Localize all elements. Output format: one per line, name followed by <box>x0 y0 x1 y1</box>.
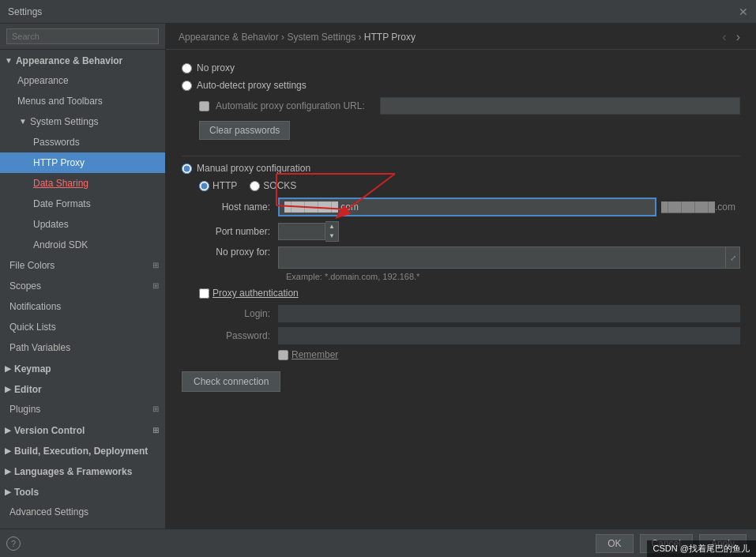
manual-proxy-radio[interactable] <box>182 164 192 174</box>
expand-arrow-vc-icon: ▶ <box>5 423 11 438</box>
manual-proxy-label[interactable]: Manual proxy configuration <box>182 163 310 174</box>
auto-config-url-row: Automatic proxy configuration URL: <box>199 97 740 115</box>
host-value-display: ████████.com <box>656 201 740 213</box>
clear-passwords-button[interactable]: Clear passwords <box>199 121 290 140</box>
sidebar-item-languages-frameworks[interactable]: ▶ Languages & Frameworks <box>0 461 165 481</box>
no-proxy-radio[interactable] <box>182 63 192 73</box>
port-input-wrap: 80 ▲ ▼ <box>278 221 339 242</box>
auto-detect-row: Auto-detect proxy settings <box>182 80 740 91</box>
remember-checkbox[interactable] <box>278 350 288 360</box>
sidebar-item-editor[interactable]: ▶ Editor <box>0 378 165 399</box>
http-protocol-radio[interactable] <box>199 181 209 191</box>
sidebar-item-file-colors[interactable]: File Colors ⊞ <box>0 255 165 276</box>
nav-forward-button[interactable]: › <box>733 30 743 44</box>
expand-arrow-editor-icon: ▶ <box>5 382 11 397</box>
proxy-auth-label[interactable]: Proxy authentication <box>199 288 299 299</box>
port-decrement-button[interactable]: ▼ <box>325 231 338 241</box>
auto-config-url-checkbox[interactable] <box>199 101 209 111</box>
sidebar-item-passwords[interactable]: Passwords <box>0 132 165 152</box>
scopes-icon: ⊞ <box>152 278 159 294</box>
sidebar-item-notifications[interactable]: Notifications <box>0 296 165 317</box>
auto-detect-label[interactable]: Auto-detect proxy settings <box>182 80 307 91</box>
nav-arrows: ‹ › <box>719 30 743 44</box>
nav-back-button[interactable]: ‹ <box>719 30 729 44</box>
port-increment-button[interactable]: ▲ <box>325 222 338 231</box>
example-text: Example: *.domain.com, 192.168.* <box>286 272 740 281</box>
sidebar-item-keymap[interactable]: ▶ Keymap <box>0 358 165 378</box>
port-number-row: Port number: 80 ▲ ▼ <box>199 221 740 242</box>
ok-button[interactable]: OK <box>596 534 633 553</box>
sidebar-item-data-sharing[interactable]: Data Sharing <box>0 173 165 194</box>
breadcrumb: Appearance & Behavior › System Settings … <box>179 32 416 43</box>
password-row: Password: <box>199 327 740 344</box>
sidebar-item-path-variables[interactable]: Path Variables <box>0 337 165 358</box>
port-spinners: ▲ ▼ <box>325 221 339 242</box>
vc-icon: ⊞ <box>152 423 159 438</box>
expand-arrow-icon: ▼ <box>5 53 13 69</box>
proxy-auth-row: Proxy authentication <box>199 288 740 299</box>
expand-arrow-lang-icon: ▶ <box>5 464 11 480</box>
no-proxy-label[interactable]: No proxy <box>182 62 235 73</box>
sidebar-item-tools[interactable]: ▶ Tools <box>0 481 165 502</box>
help-icon[interactable]: ? <box>6 536 21 551</box>
login-input[interactable] <box>278 305 740 322</box>
content-area: Appearance & Behavior › System Settings … <box>166 24 756 529</box>
sidebar-item-build-execution[interactable]: ▶ Build, Execution, Deployment <box>0 440 165 461</box>
sidebar-item-android-sdk[interactable]: Android SDK <box>0 235 165 255</box>
socks-protocol-label[interactable]: SOCKS <box>250 180 296 191</box>
host-name-input[interactable] <box>278 198 656 216</box>
title-bar: Settings ✕ <box>0 0 756 24</box>
sidebar-item-system-settings[interactable]: ▼ System Settings <box>0 111 165 132</box>
socks-protocol-radio[interactable] <box>250 181 260 191</box>
search-input[interactable] <box>6 28 159 44</box>
sidebar-item-scopes[interactable]: Scopes ⊞ <box>0 276 165 296</box>
remember-row: Remember <box>278 349 740 360</box>
window-title: Settings <box>8 6 42 17</box>
file-colors-icon: ⊞ <box>152 258 159 273</box>
expand-arrow-keymap-icon: ▶ <box>5 361 11 377</box>
host-name-row: Host name: ████████.com <box>199 198 740 216</box>
manual-proxy-section: HTTP SOCKS Host name: ████████.com <box>199 180 740 360</box>
manual-proxy-row: Manual proxy configuration <box>182 163 740 174</box>
sidebar-item-http-proxy[interactable]: HTTP Proxy <box>0 152 165 173</box>
proxy-settings-body: No proxy Auto-detect proxy settings Auto… <box>166 50 756 405</box>
no-proxy-row: No proxy <box>182 62 740 73</box>
sidebar-item-appearance[interactable]: Appearance <box>0 70 165 91</box>
close-button[interactable]: ✕ <box>739 6 748 18</box>
auto-detect-radio[interactable] <box>182 81 192 91</box>
plugins-icon: ⊞ <box>152 401 159 417</box>
no-proxy-expand-button[interactable]: ⤢ <box>726 247 740 269</box>
sidebar-item-advanced-settings[interactable]: Advanced Settings <box>0 502 165 522</box>
no-proxy-for-input[interactable] <box>278 247 726 269</box>
clear-passwords-section: Clear passwords <box>182 121 740 148</box>
search-box <box>0 24 165 50</box>
sidebar-item-appearance-behavior[interactable]: ▼ Appearance & Behavior <box>0 50 165 70</box>
http-protocol-label[interactable]: HTTP <box>199 180 237 191</box>
auto-config-url-input[interactable] <box>380 97 740 115</box>
sidebar: ▼ Appearance & Behavior Appearance Menus… <box>0 24 166 529</box>
sidebar-item-quick-lists[interactable]: Quick Lists <box>0 317 165 337</box>
expand-arrow-build-icon: ▶ <box>5 443 11 459</box>
port-number-input[interactable]: 80 <box>278 223 325 240</box>
expand-arrow-system-icon: ▼ <box>19 114 27 130</box>
sidebar-item-menus-toolbars[interactable]: Menus and Toolbars <box>0 91 165 111</box>
password-input[interactable] <box>278 327 740 344</box>
no-proxy-for-row: No proxy for: ⤢ <box>199 247 740 269</box>
watermark: CSDN @找着尾巴的鱼儿 <box>647 540 756 557</box>
expand-arrow-tools-icon: ▶ <box>5 484 11 500</box>
sidebar-item-updates[interactable]: Updates <box>0 214 165 235</box>
sidebar-item-version-control[interactable]: ▶ Version Control ⊞ <box>0 420 165 440</box>
sidebar-item-date-formats[interactable]: Date Formats <box>0 194 165 214</box>
sidebar-item-plugins[interactable]: Plugins ⊞ <box>0 399 165 420</box>
remember-label[interactable]: Remember <box>278 349 338 360</box>
login-row: Login: <box>199 305 740 322</box>
check-connection-button[interactable]: Check connection <box>182 371 280 392</box>
protocol-row: HTTP SOCKS <box>199 180 740 191</box>
bottom-bar: OK Cancel Apply <box>0 529 756 557</box>
proxy-auth-checkbox[interactable] <box>199 288 209 299</box>
